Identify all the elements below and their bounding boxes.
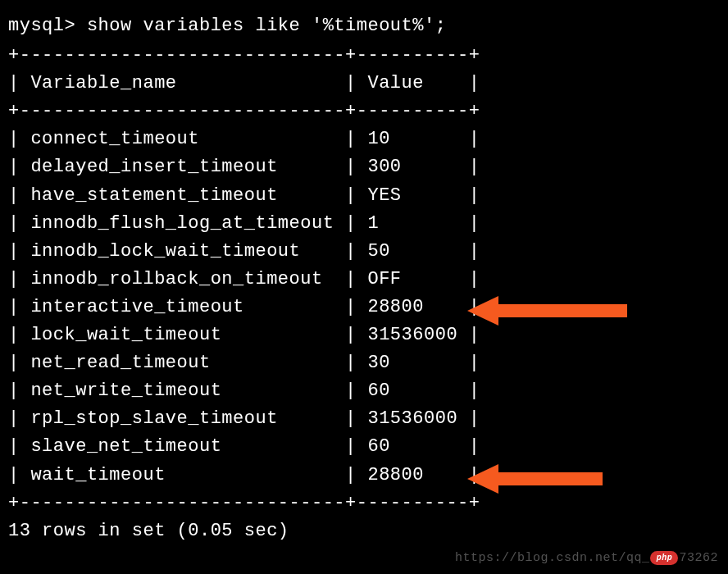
watermark-url-suffix: 73262 xyxy=(679,549,718,567)
table-row: | connect_timeout | 10 | xyxy=(8,125,720,153)
table-header: | Variable_name | Value | xyxy=(8,70,720,98)
watermark: https://blog.csdn.net/qq_ php 73262 xyxy=(455,549,718,567)
table-border-mid: +-----------------------------+---------… xyxy=(8,98,720,125)
watermark-url-prefix: https://blog.csdn.net/qq_ xyxy=(455,549,650,567)
table-border-bottom: +-----------------------------+---------… xyxy=(8,490,720,517)
table-row: | net_write_timeout | 60 | xyxy=(8,377,720,405)
table-row: | net_read_timeout | 30 | xyxy=(8,349,720,377)
table-row: | wait_timeout | 28800 | xyxy=(8,462,720,490)
table-row: | innodb_flush_log_at_timeout | 1 | xyxy=(8,210,720,238)
table-row: | interactive_timeout | 28800 | xyxy=(8,294,720,321)
table-border-top: +-----------------------------+---------… xyxy=(8,42,720,70)
table-row: | innodb_rollback_on_timeout | OFF | xyxy=(8,266,720,294)
table-row: | innodb_lock_wait_timeout | 50 | xyxy=(8,238,720,266)
table-row: | have_statement_timeout | YES | xyxy=(8,182,720,210)
result-summary: 13 rows in set (0.05 sec) xyxy=(8,517,720,545)
table-row: | delayed_insert_timeout | 300 | xyxy=(8,153,720,181)
mysql-prompt: mysql> show variables like '%timeout%'; xyxy=(8,12,720,40)
table-row: | lock_wait_timeout | 31536000 | xyxy=(8,321,720,349)
table-body: | connect_timeout | 10 || delayed_insert… xyxy=(8,125,720,489)
php-badge-icon: php xyxy=(650,551,678,565)
table-row: | slave_net_timeout | 60 | xyxy=(8,433,720,461)
table-row: | rpl_stop_slave_timeout | 31536000 | xyxy=(8,405,720,433)
